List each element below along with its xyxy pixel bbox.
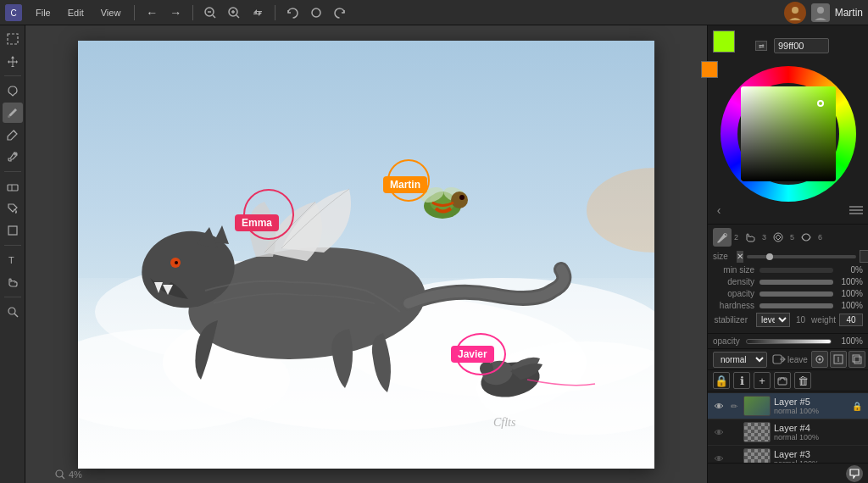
stabilizer-weight-label: weight <box>811 315 836 325</box>
leave-icon <box>772 353 786 365</box>
layer-lock-button[interactable]: 🔒 <box>713 372 730 389</box>
chat-button[interactable] <box>846 465 863 482</box>
menu-view[interactable]: View <box>94 6 128 19</box>
layer-item-4[interactable]: ✏ Layer #4 normal 100% <box>708 419 868 446</box>
separator-2 <box>192 5 193 20</box>
layer-add-row: 🔒 ℹ + 🗑 <box>708 370 868 391</box>
brush-num-3: 3 <box>762 233 766 242</box>
brush-num-2: 2 <box>734 233 738 242</box>
eraser-tool[interactable] <box>3 176 23 197</box>
opacity-fill <box>760 291 833 297</box>
swap-colors-button[interactable]: ⇄ <box>755 41 767 51</box>
layer-5-visible-btn[interactable] <box>713 400 725 412</box>
hardness-bar[interactable] <box>760 303 833 308</box>
brush-tool[interactable] <box>3 103 23 123</box>
hand-icon[interactable] <box>741 228 760 247</box>
menu-edit[interactable]: Edit <box>61 6 91 19</box>
size-label: size <box>713 252 733 261</box>
layer-item-5[interactable]: ✏ Layer #5 normal 100% 🔒 <box>708 393 868 419</box>
left-toolbar: T <box>0 25 25 483</box>
text-tool[interactable]: T <box>3 250 23 270</box>
blend-mode-select[interactable]: normal multiply screen overlay <box>713 352 767 368</box>
color-wheel-container <box>721 66 856 202</box>
forward-button[interactable]: → <box>165 3 186 23</box>
layer-5-blend: normal 100% <box>774 407 848 415</box>
pen-tool[interactable] <box>3 125 23 145</box>
hand-tool[interactable] <box>3 272 23 292</box>
user-avatar-secondary <box>811 3 830 22</box>
back-button[interactable]: ← <box>142 3 162 23</box>
eyedropper-tool[interactable] <box>3 147 23 167</box>
background-color[interactable] <box>701 61 718 78</box>
svg-point-63 <box>717 430 721 434</box>
move-tool[interactable] <box>3 51 23 71</box>
main-content: T <box>0 25 868 483</box>
reset-button[interactable] <box>306 3 326 23</box>
zoom-in-button[interactable] <box>224 3 244 23</box>
layer-5-info: Layer #5 normal 100% <box>774 397 848 415</box>
lasso-tool[interactable] <box>3 80 23 101</box>
separator-1 <box>134 5 135 20</box>
size-x-button[interactable]: ✕ <box>737 251 743 263</box>
layer-opacity-bar[interactable] <box>746 339 832 344</box>
brush-section: 2 3 5 6 size ✕ <box>708 225 868 334</box>
brush-type-icon[interactable] <box>713 228 732 247</box>
svg-line-16 <box>14 130 15 132</box>
canvas-area[interactable]: Cflts Emma Martin Javier 4% <box>25 25 707 483</box>
redo-button[interactable] <box>330 3 350 23</box>
shape-tool[interactable] <box>3 220 23 241</box>
svg-text:T: T <box>8 255 14 265</box>
layer-info-button[interactable]: ℹ <box>733 372 750 389</box>
size-setting-row: size ✕ <box>713 250 863 263</box>
layer-add-button[interactable]: + <box>754 372 771 389</box>
stabilizer-row: stabilizer level average 10 weight <box>713 313 863 327</box>
min-size-bar[interactable] <box>760 268 833 273</box>
layer-5-edit-btn[interactable]: ✏ <box>728 400 740 412</box>
menu-file[interactable]: File <box>29 6 58 19</box>
fill-tool[interactable] <box>3 198 23 219</box>
hand2-icon[interactable] <box>769 228 787 247</box>
layer-opacity-controls: opacity 100% <box>708 334 868 349</box>
size-value-input[interactable] <box>860 250 868 263</box>
layer-4-visible-btn[interactable] <box>713 426 725 438</box>
brush-opacity-value: 100% <box>833 289 863 298</box>
color-hex-input[interactable] <box>774 38 829 53</box>
color-square[interactable] <box>741 86 836 181</box>
zoom-out-button[interactable] <box>200 3 220 23</box>
stabilizer-mode-select[interactable]: level average <box>756 313 790 327</box>
layer-merge-button[interactable] <box>830 351 847 368</box>
undo-button[interactable] <box>282 3 303 23</box>
annotation-label-emma[interactable]: Emma <box>235 214 279 231</box>
canvas-wrapper: Cflts Emma Martin Javier <box>78 41 654 469</box>
layer-3-thumbnail <box>743 448 771 463</box>
layer-settings-button[interactable] <box>811 351 828 368</box>
layer-delete-button[interactable]: 🗑 <box>794 372 811 389</box>
layer-group-button[interactable] <box>774 372 791 389</box>
size-slider[interactable] <box>747 255 856 258</box>
layer-5-lock[interactable]: 🔒 <box>851 400 863 412</box>
svg-point-23 <box>8 308 15 314</box>
zoom-level: 4% <box>69 469 82 480</box>
svg-point-13 <box>817 7 824 14</box>
density-bar[interactable] <box>760 280 833 285</box>
opacity-bar[interactable] <box>760 291 833 297</box>
annotation-label-javier[interactable]: Javier <box>451 346 494 363</box>
layer-duplicate-button[interactable] <box>849 351 865 368</box>
color-picker-dot[interactable] <box>817 100 824 107</box>
flip-button[interactable] <box>248 3 268 23</box>
menu-bar: C File Edit View ← → <box>0 0 868 25</box>
layer-item-3[interactable]: ✏ Layer #3 normal 100% <box>708 446 868 463</box>
color-section: ⇄ ‹ <box>708 25 868 225</box>
layer-3-visible-btn[interactable] <box>713 452 725 463</box>
select-tool[interactable] <box>3 29 23 49</box>
zoom-tool[interactable] <box>3 302 23 322</box>
stabilizer-weight-input[interactable] <box>839 314 863 326</box>
density-row: density 100% <box>713 277 863 286</box>
panel-collapse-button[interactable]: ‹ <box>713 203 725 217</box>
hand3-icon[interactable] <box>797 228 815 247</box>
foreground-color[interactable] <box>713 31 735 53</box>
annotation-label-martin[interactable]: Martin <box>383 176 427 193</box>
brush-settings-icon <box>849 205 863 215</box>
layer-list: ✏ Layer #5 normal 100% 🔒 ✏ <box>708 391 868 463</box>
layer-3-info: Layer #3 normal 100% <box>774 449 863 463</box>
